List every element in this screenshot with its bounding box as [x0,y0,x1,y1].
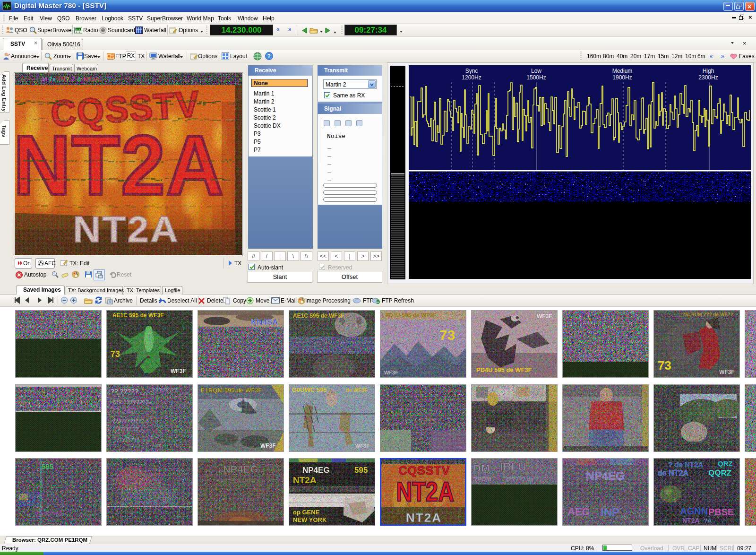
svg-text:High: High [703,68,714,74]
svg-text:DM: DM [473,462,490,474]
svg-text:NT2A: NT2A [396,477,455,507]
svg-text:de NT2A: de NT2A [658,469,688,477]
svg-text:?? ?????: ?? ????? [34,511,62,518]
svg-text:????? ??: ????? ?? [152,387,178,394]
svg-text:NT2A: NT2A [406,511,442,525]
svg-text:1500Hz: 1500Hz [526,74,546,81]
svg-text:WF3F: WF3F [171,368,186,374]
svg-text:OK EDGARDO: OK EDGARDO [218,477,264,485]
svg-text:?SLRUM ??? de WF??: ?SLRUM ??? de WF?? [682,312,733,317]
svg-text:1900Hz: 1900Hz [612,74,632,81]
svg-text:op GENE: op GENE [293,509,320,516]
svg-text:INP: INP [601,506,619,519]
svg-text:WF3F: WF3F [384,370,398,375]
svg-text:??? ????????: ??? ???????? [112,399,149,405]
svg-text:?? ?&?: ?? ?&? [111,407,137,415]
svg-text:????????: ???????? [116,437,139,442]
svg-text:?A: ?A [704,517,712,524]
svg-text:G0UWC 595: G0UWC 595 [292,386,327,393]
svg-text:595: 595 [42,462,53,470]
svg-text:AGNN: AGNN [680,506,708,516]
svg-text:73: 73 [111,349,120,359]
svg-text:WF3F: WF3F [355,443,369,449]
svg-text:E1RQM 595 de WF3F: E1RQM 595 de WF3F [201,387,262,394]
svg-text:PBSE: PBSE [708,507,734,517]
svg-text:QQRZ: QQRZ [708,468,731,477]
svg-text:2300Hz: 2300Hz [698,74,718,81]
svg-text:NT2A: NT2A [293,475,317,485]
svg-text:AE1C 595 de WF3F: AE1C 595 de WF3F [293,312,344,319]
svg-text:NT2A: NT2A [682,517,700,524]
svg-text:73: 73 [658,358,671,373]
svg-text:NP4EG: NP4EG [302,466,330,475]
svg-text:QRZ: QRZ [718,460,733,468]
svg-text:595: 595 [354,466,368,475]
svg-text:WF3F: WF3F [719,369,735,375]
svg-text:WF3F: WF3F [260,442,276,449]
svg-text:WF3F: WF3F [537,313,552,320]
svg-text:PD4U 595 de WF3F: PD4U 595 de WF3F [385,312,437,319]
svg-text:NEW YORK: NEW YORK [293,516,327,523]
svg-text:IBLU: IBLU [500,460,526,473]
svg-text:NP4EG: NP4EG [586,469,624,482]
svg-text:AE1C 595 de WF3F: AE1C 595 de WF3F [112,312,164,319]
svg-text:? de NT2A: ? de NT2A [668,460,703,468]
svg-text:?????? ??: ?????? ?? [114,426,139,432]
svg-text:?? ?????: ?? ????? [111,388,138,395]
svg-text:CQSSTV: CQSSTV [399,464,450,477]
svg-text:?POM: ?POM [473,476,491,483]
svg-text:KN4SA: KN4SA [251,318,278,327]
svg-text:Medium: Medium [612,68,633,74]
svg-text:1200Hz: 1200Hz [462,74,481,81]
svg-text:AEG: AEG [567,506,590,518]
svg-text:?: ? [267,53,271,60]
svg-text:??????????? ?: ??????????? ? [112,418,148,424]
svg-text:Low: Low [531,68,541,74]
svg-text:de WF3F: de WF3F [346,387,368,393]
svg-text:Sync: Sync [465,68,478,74]
svg-text:PD4U 595 de WF3F: PD4U 595 de WF3F [476,366,532,373]
svg-text:73: 73 [439,327,455,343]
svg-text:NP4EG: NP4EG [223,463,258,475]
svg-text:?????? da ?: ?????? da ? [505,476,539,483]
